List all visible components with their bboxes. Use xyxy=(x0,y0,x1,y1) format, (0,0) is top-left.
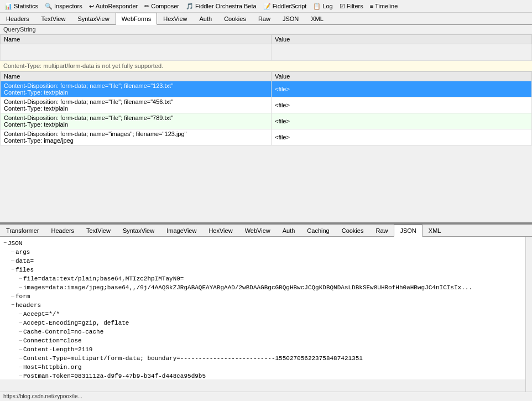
tree-node-text: files xyxy=(15,265,34,274)
expand-icon[interactable]: — xyxy=(19,283,22,292)
tree-node[interactable]: —form xyxy=(3,292,522,301)
tree-node-text: Postman-Token=0831112a-d9f9-47b9-b34f-d4… xyxy=(23,372,206,379)
warning-message: Content-Type: multipart/form-data is not… xyxy=(0,61,532,71)
tree-node[interactable]: —images=data:image/jpeg;base64,,/9j/4AAQ… xyxy=(3,283,522,292)
formdata-row[interactable]: Content-Disposition: form-data; name="fi… xyxy=(1,113,532,129)
qs-empty-row xyxy=(1,44,532,61)
formdata-name-cell: Content-Disposition: form-data; name="fi… xyxy=(1,113,272,129)
toolbar-fiddler-orchestra-label: Fiddler Orchestra Beta xyxy=(195,3,257,9)
formdata-row[interactable]: Content-Disposition: form-data; name="fi… xyxy=(1,81,532,97)
tree-node[interactable]: —Host=httpbin.org xyxy=(3,363,522,372)
toolbar-statistics[interactable]: 📊 Statistics xyxy=(1,0,41,12)
querystring-section: QueryString Name Value xyxy=(0,25,532,61)
expand-icon[interactable]: — xyxy=(19,274,22,283)
formdata-name-cell: Content-Disposition: form-data; name="fi… xyxy=(1,97,272,113)
expand-icon[interactable]: − xyxy=(3,239,7,248)
toolbar-fiddlerscript-label: FiddlerScript xyxy=(273,3,307,9)
expand-icon[interactable]: − xyxy=(11,301,14,310)
tree-node[interactable]: −files xyxy=(3,265,522,274)
toolbar-composer-label: Composer xyxy=(151,3,179,9)
expand-icon[interactable]: — xyxy=(19,310,22,319)
tab-bottom-headers[interactable]: Headers xyxy=(45,225,81,236)
qs-value-header: Value xyxy=(272,35,532,44)
fiddlerscript-icon: 📝 xyxy=(263,3,271,10)
tree-node[interactable]: —Postman-Token=0831112a-d9f9-47b9-b34f-d… xyxy=(3,372,522,379)
toolbar-fiddlerscript[interactable]: 📝 FiddlerScript xyxy=(260,0,310,12)
status-bar: https://blog.csdn.net/zypoox/ie... xyxy=(0,392,532,401)
tab-bottom-json[interactable]: JSON xyxy=(394,225,422,237)
tree-node[interactable]: —Accept-Encoding=gzip, deflate xyxy=(3,319,522,327)
tab-auth[interactable]: Auth xyxy=(194,13,218,24)
tab-imageview[interactable]: ImageView xyxy=(160,225,202,236)
tab-hexview[interactable]: HexView xyxy=(157,13,193,24)
tree-node-text: Cache-Control=no-cache xyxy=(23,327,103,336)
expand-icon[interactable]: — xyxy=(11,257,14,265)
tab-raw[interactable]: Raw xyxy=(252,13,277,24)
tree-node[interactable]: −JSON xyxy=(3,239,522,248)
tree-node[interactable]: —Cache-Control=no-cache xyxy=(3,327,522,336)
formdata-row[interactable]: Content-Disposition: form-data; name="fi… xyxy=(1,97,532,113)
toolbar-inspectors[interactable]: 🔍 Inspectors xyxy=(41,0,86,12)
toolbar-fiddler-orchestra[interactable]: 🎵 Fiddler Orchestra Beta xyxy=(182,0,260,12)
tree-node-text: file=data:text/plain;base64,MTIzc2hpIMTa… xyxy=(23,274,184,283)
tree-node-text: Content-Length=2119 xyxy=(23,345,92,354)
tree-node[interactable]: —Content-Length=2119 xyxy=(3,345,522,354)
tree-node[interactable]: —Connection=close xyxy=(3,336,522,345)
tab-bottom-cookies[interactable]: Cookies xyxy=(336,225,370,236)
scrollbar[interactable] xyxy=(525,237,532,392)
tab-json[interactable]: JSON xyxy=(277,13,305,24)
tree-node[interactable]: —file=data:text/plain;base64,MTIzc2hpIMT… xyxy=(3,274,522,283)
toolbar-filters[interactable]: ☑ Filters xyxy=(336,0,367,12)
tree-node[interactable]: —Content-Type=multipart/form-data; bound… xyxy=(3,354,522,363)
expand-icon[interactable]: — xyxy=(19,372,22,379)
top-tab-bar: Headers TextView SyntaxView WebForms Hex… xyxy=(0,13,532,25)
tab-caching[interactable]: Caching xyxy=(301,225,335,236)
toolbar-filters-label: Filters xyxy=(347,3,363,9)
tab-webview[interactable]: WebView xyxy=(239,225,277,236)
tab-bottom-textview[interactable]: TextView xyxy=(80,225,117,236)
tree-node-text: Content-Type=multipart/form-data; bounda… xyxy=(23,354,363,363)
toolbar-timeline[interactable]: ≡ Timeline xyxy=(367,0,401,12)
tab-bottom-syntaxview[interactable]: SyntaxView xyxy=(117,225,160,236)
tab-syntaxview[interactable]: SyntaxView xyxy=(71,13,115,24)
expand-icon[interactable]: — xyxy=(19,319,22,327)
expand-icon[interactable]: — xyxy=(19,363,22,372)
tab-textview[interactable]: TextView xyxy=(35,13,72,24)
tab-headers[interactable]: Headers xyxy=(0,13,35,24)
tree-node[interactable]: —data= xyxy=(3,257,522,265)
tree-node[interactable]: −headers xyxy=(3,301,522,310)
expand-icon[interactable]: − xyxy=(11,265,14,274)
toolbar-log[interactable]: 📋 Log xyxy=(310,0,336,12)
formdata-row[interactable]: Content-Disposition: form-data; name="im… xyxy=(1,129,532,145)
tree-node-text: Host=httpbin.org xyxy=(23,363,82,372)
toolbar-autoresponder[interactable]: ↩ AutoResponder xyxy=(86,0,141,12)
expand-icon[interactable]: — xyxy=(19,354,22,363)
fd-name-header: Name xyxy=(1,72,272,81)
expand-icon[interactable]: — xyxy=(19,336,22,345)
querystring-table: Name Value xyxy=(0,34,532,61)
expand-icon[interactable]: — xyxy=(19,327,22,336)
tab-bottom-auth[interactable]: Auth xyxy=(277,225,301,236)
formdata-name-cell: Content-Disposition: form-data; name="fi… xyxy=(1,81,272,97)
tab-bottom-raw[interactable]: Raw xyxy=(369,225,394,236)
expand-icon[interactable]: — xyxy=(11,292,14,301)
tab-cookies[interactable]: Cookies xyxy=(218,13,252,24)
tree-node[interactable]: —Accept=*/* xyxy=(3,310,522,319)
expand-icon[interactable]: — xyxy=(11,248,14,257)
filters-icon: ☑ xyxy=(340,3,345,10)
log-icon: 📋 xyxy=(313,3,321,10)
tab-transformer[interactable]: Transformer xyxy=(0,225,45,236)
toolbar-composer[interactable]: ✏ Composer xyxy=(141,0,182,12)
tab-webforms[interactable]: WebForms xyxy=(116,13,158,25)
inspectors-icon: 🔍 xyxy=(45,3,53,10)
json-tree[interactable]: −JSON—args—data=−files—file=data:text/pl… xyxy=(0,237,525,379)
expand-icon[interactable]: — xyxy=(19,345,22,354)
json-panel: −JSON—args—data=−files—file=data:text/pl… xyxy=(0,237,532,392)
timeline-icon: ≡ xyxy=(370,3,373,9)
tree-node[interactable]: —args xyxy=(3,248,522,257)
tab-bottom-xml[interactable]: XML xyxy=(423,225,447,236)
toolbar-inspectors-label: Inspectors xyxy=(54,3,82,9)
autoresponder-icon: ↩ xyxy=(89,3,94,10)
tab-xml[interactable]: XML xyxy=(305,13,330,24)
tab-bottom-hexview[interactable]: HexView xyxy=(202,225,238,236)
